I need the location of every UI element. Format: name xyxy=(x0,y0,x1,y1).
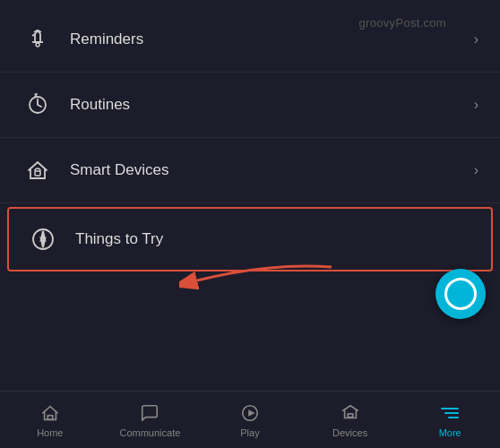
svg-point-0 xyxy=(36,43,39,47)
play-icon xyxy=(239,402,261,424)
bottom-nav: Home Communicate Play Devices xyxy=(0,391,500,448)
svg-marker-6 xyxy=(41,239,45,247)
more-line-3 xyxy=(448,417,459,418)
menu-item-smart-devices[interactable]: Smart Devices › xyxy=(0,138,500,203)
main-content: groovyPost.com Reminders › xyxy=(0,0,500,391)
devices-nav-label: Devices xyxy=(332,427,367,438)
communicate-nav-label: Communicate xyxy=(119,427,180,438)
nav-item-play[interactable]: Play xyxy=(200,402,300,438)
home-nav-label: Home xyxy=(37,427,63,438)
communicate-icon xyxy=(139,402,160,424)
menu-item-routines[interactable]: Routines › xyxy=(0,73,500,138)
home-icon xyxy=(39,402,61,424)
reminders-chevron: › xyxy=(474,31,478,47)
smart-devices-icon xyxy=(22,154,54,186)
reminders-label: Reminders xyxy=(70,30,474,48)
menu-list: Reminders › Routines › xyxy=(0,0,500,275)
routines-chevron: › xyxy=(474,97,478,113)
smart-devices-label: Smart Devices xyxy=(70,161,474,179)
more-line-1 xyxy=(441,408,459,409)
nav-item-devices[interactable]: Devices xyxy=(300,402,401,438)
routines-icon xyxy=(22,89,54,121)
svg-rect-11 xyxy=(348,413,353,417)
routines-label: Routines xyxy=(70,96,474,114)
smart-devices-chevron: › xyxy=(474,162,478,178)
more-nav-label: More xyxy=(439,427,461,438)
menu-item-things-to-try[interactable]: Things to Try xyxy=(7,207,493,271)
svg-rect-8 xyxy=(47,415,53,419)
things-to-try-label: Things to Try xyxy=(75,230,473,248)
svg-rect-3 xyxy=(35,171,40,176)
alexa-button[interactable] xyxy=(435,269,486,319)
reminders-icon xyxy=(22,23,54,56)
more-icon xyxy=(439,402,461,424)
svg-marker-5 xyxy=(41,231,45,239)
more-line-2 xyxy=(444,412,459,414)
svg-marker-10 xyxy=(248,409,254,416)
menu-item-reminders[interactable]: Reminders › xyxy=(0,7,500,73)
things-icon xyxy=(27,223,59,255)
devices-icon xyxy=(340,402,361,424)
alexa-inner-ring xyxy=(444,278,477,310)
nav-item-more[interactable]: More xyxy=(400,402,500,438)
play-nav-label: Play xyxy=(240,427,259,438)
nav-item-home[interactable]: Home xyxy=(0,402,100,438)
nav-item-communicate[interactable]: Communicate xyxy=(100,402,201,438)
